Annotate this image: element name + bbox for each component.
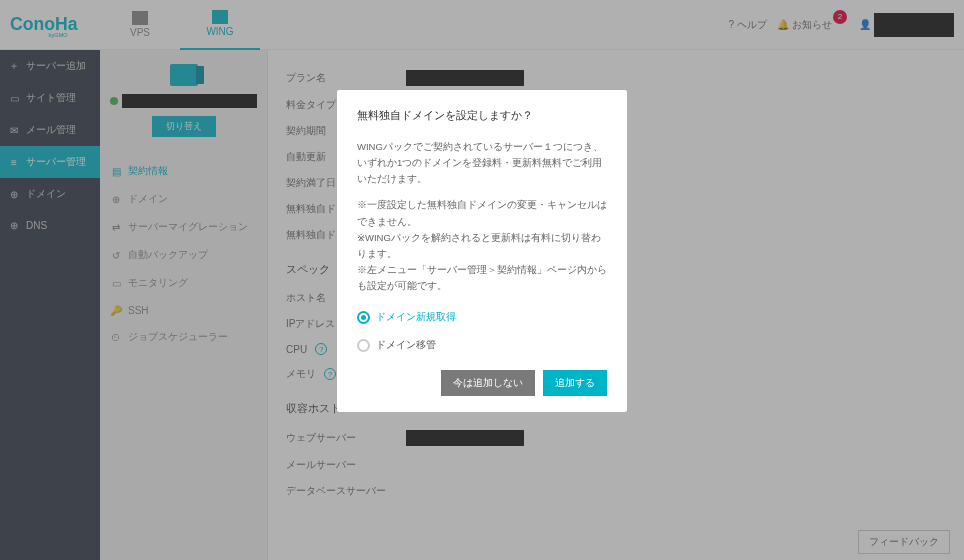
confirm-button[interactable]: 追加する bbox=[543, 370, 607, 396]
radio-transfer-domain[interactable]: ドメイン移管 bbox=[357, 338, 607, 352]
modal-notes: ※一度設定した無料独自ドメインの変更・キャンセルはできません。 ※WINGパック… bbox=[357, 197, 607, 294]
modal-body: WINGパックでご契約されているサーバー１つにつき、 いずれか1つのドメインを登… bbox=[357, 139, 607, 187]
modal-overlay[interactable]: 無料独自ドメインを設定しますか？ WINGパックでご契約されているサーバー１つに… bbox=[0, 0, 964, 560]
radio-label: ドメイン新規取得 bbox=[376, 310, 456, 324]
modal-title: 無料独自ドメインを設定しますか？ bbox=[357, 108, 607, 123]
cancel-button[interactable]: 今は追加しない bbox=[441, 370, 535, 396]
modal-note: ※一度設定した無料独自ドメインの変更・キャンセルはできません。 bbox=[357, 197, 607, 229]
modal-note: ※WINGパックを解約されると更新料は有料に切り替わります。 bbox=[357, 230, 607, 262]
radio-icon bbox=[357, 339, 370, 352]
modal-text: いずれか1つのドメインを登録料・更新料無料でご利用いただけます。 bbox=[357, 155, 607, 187]
radio-new-domain[interactable]: ドメイン新規取得 bbox=[357, 310, 607, 324]
modal-radios: ドメイン新規取得 ドメイン移管 bbox=[357, 310, 607, 352]
radio-label: ドメイン移管 bbox=[376, 338, 436, 352]
modal-note: ※左メニュー「サーバー管理＞契約情報」ページ内からも設定が可能です。 bbox=[357, 262, 607, 294]
radio-icon bbox=[357, 311, 370, 324]
modal-buttons: 今は追加しない 追加する bbox=[357, 370, 607, 396]
modal-text: WINGパックでご契約されているサーバー１つにつき、 bbox=[357, 139, 607, 155]
domain-modal: 無料独自ドメインを設定しますか？ WINGパックでご契約されているサーバー１つに… bbox=[337, 90, 627, 412]
